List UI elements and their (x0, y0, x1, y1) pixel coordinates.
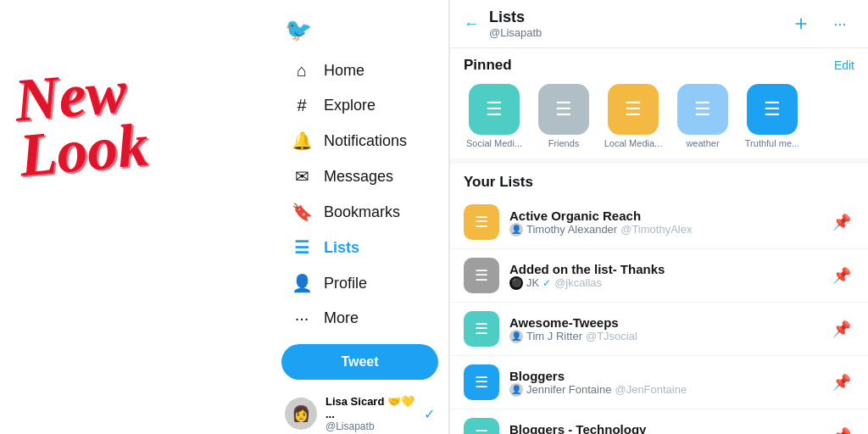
owner-name-jk: JK (526, 276, 539, 289)
list-name-bloggers-tech: Bloggers - Technology (509, 422, 829, 435)
profile-icon: 👤 (292, 273, 312, 293)
messages-icon: ✉ (292, 166, 312, 186)
main-content: ← Lists @Lisapatb ··· Pinned Edit ☰ Soci… (449, 0, 868, 434)
owner-handle-jennifer: @JenFontaine (615, 383, 687, 396)
list-info-bloggers-tech: Bloggers - Technology 👤 DialMe @gameutop… (509, 422, 829, 435)
sidebar-item-more[interactable]: ··· More (278, 302, 442, 335)
list-icon-added-thanks: ☰ (464, 258, 499, 293)
verified-jk: ✓ (542, 277, 551, 289)
list-item-added-thanks[interactable]: ☰ Added on the list- Thanks ⚫ JK ✓ @jkca… (450, 249, 868, 303)
pinned-icon-social-media: ☰ (469, 84, 520, 135)
list-owner-awesome-tweeps: 👤 Tim J Ritter @TJsocial (509, 330, 829, 343)
pin-button-added-thanks[interactable]: 📌 (829, 263, 854, 288)
owner-name-jennifer: Jennifer Fontaine (526, 383, 611, 396)
sidebar: 🐦 ⌂ Home # Explore 🔔 Notifications ✉ Mes… (271, 0, 449, 434)
list-info-added-thanks: Added on the list- Thanks ⚫ JK ✓ @jkcall… (509, 262, 829, 290)
user-display-name: Lisa Sicard 🤝💛 ... (326, 395, 420, 420)
back-button[interactable]: ← (464, 15, 479, 33)
pinned-section-header: Pinned Edit (450, 48, 868, 79)
list-info-bloggers: Bloggers 👤 Jennifer Fontaine @JenFontain… (509, 369, 829, 397)
pinned-list-weather[interactable]: ☰ weather (672, 84, 733, 148)
pinned-label-local-media: Local Media... (604, 138, 662, 148)
your-lists-title: Your Lists (450, 164, 868, 196)
pin-button-awesome-tweeps[interactable]: 📌 (829, 316, 854, 342)
owner-name-tim: Tim J Ritter (526, 330, 582, 342)
lists-header: ← Lists @Lisapatb ··· (450, 0, 868, 48)
owner-avatar-jennifer: 👤 (509, 383, 523, 397)
owner-avatar-tim: 👤 (509, 330, 523, 343)
list-item-awesome-tweeps[interactable]: ☰ Awesome-Tweeps 👤 Tim J Ritter @TJsocia… (450, 303, 868, 356)
list-item-active-organic-reach[interactable]: ☰ Active Organic Reach 👤 Timothy Alexand… (450, 196, 868, 249)
header-actions: ··· (787, 9, 854, 38)
sidebar-item-explore[interactable]: # Explore (278, 89, 442, 122)
sidebar-label-messages: Messages (324, 168, 393, 186)
owner-avatar-timothy: 👤 (509, 223, 523, 236)
owner-handle-timothy: @TimothyAlex (620, 223, 692, 236)
sidebar-label-explore: Explore (324, 97, 376, 114)
verified-check: ✓ (424, 406, 435, 422)
pinned-list-local-media[interactable]: ☰ Local Media... (603, 84, 664, 148)
twitter-logo[interactable]: 🐦 (271, 10, 448, 53)
pinned-icon-friends: ☰ (538, 84, 589, 135)
list-name-bloggers: Bloggers (509, 369, 829, 383)
list-icon-bloggers: ☰ (464, 364, 499, 400)
pinned-label-social-media: Social Medi... (466, 138, 522, 148)
left-decorative-panel: NewLook (0, 0, 271, 434)
pinned-list-social-media[interactable]: ☰ Social Medi... (464, 84, 525, 148)
add-list-button[interactable] (787, 9, 815, 38)
sidebar-item-home[interactable]: ⌂ Home (278, 54, 442, 87)
sidebar-item-profile[interactable]: 👤 Profile (278, 266, 442, 300)
list-owner-added-thanks: ⚫ JK ✓ @jkcallas (509, 276, 829, 290)
owner-handle-tim: @TJsocial (586, 330, 637, 342)
more-options-button[interactable]: ··· (826, 9, 854, 38)
pinned-label-truthful: Truthful me... (745, 138, 799, 148)
sidebar-label-notifications: Notifications (324, 132, 407, 150)
owner-avatar-jk: ⚫ (509, 276, 523, 290)
sidebar-item-notifications[interactable]: 🔔 Notifications (278, 124, 442, 158)
lists-page-subtitle: @Lisapatb (489, 26, 787, 39)
sidebar-label-bookmarks: Bookmarks (324, 203, 400, 221)
list-item-bloggers[interactable]: ☰ Bloggers 👤 Jennifer Fontaine @JenFonta… (450, 356, 868, 409)
sidebar-item-bookmarks[interactable]: 🔖 Bookmarks (278, 195, 442, 229)
sidebar-item-lists[interactable]: ☰ Lists (278, 231, 442, 264)
list-icon-awesome-tweeps: ☰ (464, 311, 499, 347)
pinned-list-truthful[interactable]: ☰ Truthful me... (742, 84, 803, 148)
list-owner-active-organic: 👤 Timothy Alexander @TimothyAlex (509, 223, 829, 236)
edit-pinned-button[interactable]: Edit (834, 58, 854, 72)
pin-button-bloggers-tech[interactable]: 📌 (829, 423, 854, 434)
pinned-lists-container: ☰ Social Medi... ☰ Friends ☰ Local Media… (450, 79, 868, 164)
sidebar-user[interactable]: 👩 Lisa Sicard 🤝💛 ... @Lisapatb ✓ (271, 388, 448, 434)
owner-handle-jk: @jkcallas (554, 276, 602, 289)
list-icon-active-organic: ☰ (464, 204, 499, 240)
explore-icon: # (292, 96, 312, 115)
list-item-bloggers-technology[interactable]: ☰ Bloggers - Technology 👤 DialMe @gameut… (450, 409, 868, 434)
sidebar-label-lists: Lists (324, 239, 359, 257)
sidebar-label-home: Home (324, 62, 364, 80)
new-look-text: NewLook (13, 63, 151, 183)
pin-button-bloggers[interactable]: 📌 (829, 370, 854, 395)
home-icon: ⌂ (292, 61, 312, 81)
list-owner-bloggers: 👤 Jennifer Fontaine @JenFontaine (509, 383, 829, 397)
list-icon-bloggers-tech: ☰ (464, 418, 499, 434)
list-info-active-organic: Active Organic Reach 👤 Timothy Alexander… (509, 209, 829, 236)
notifications-icon: 🔔 (292, 131, 312, 151)
sidebar-item-messages[interactable]: ✉ Messages (278, 159, 442, 193)
pin-button-active-organic[interactable]: 📌 (829, 209, 854, 235)
pinned-icon-truthful: ☰ (747, 84, 798, 135)
pinned-list-friends[interactable]: ☰ Friends (533, 84, 594, 148)
list-name-awesome-tweeps: Awesome-Tweeps (509, 315, 829, 330)
bookmarks-icon: 🔖 (292, 202, 312, 222)
pinned-title: Pinned (464, 57, 512, 74)
list-name-added-thanks: Added on the list- Thanks (509, 262, 829, 276)
lists-page-title: Lists (489, 8, 787, 26)
user-info: Lisa Sicard 🤝💛 ... @Lisapatb (326, 395, 420, 432)
list-info-awesome-tweeps: Awesome-Tweeps 👤 Tim J Ritter @TJsocial (509, 315, 829, 343)
sidebar-label-profile: Profile (324, 275, 367, 292)
tweet-button[interactable]: Tweet (281, 344, 438, 380)
pinned-label-friends: Friends (548, 138, 580, 148)
pinned-icon-local-media: ☰ (608, 84, 659, 135)
user-avatar: 👩 (285, 398, 317, 430)
pinned-label-weather: weather (686, 138, 719, 148)
pinned-icon-weather: ☰ (677, 84, 728, 135)
list-name-active-organic: Active Organic Reach (509, 209, 829, 223)
